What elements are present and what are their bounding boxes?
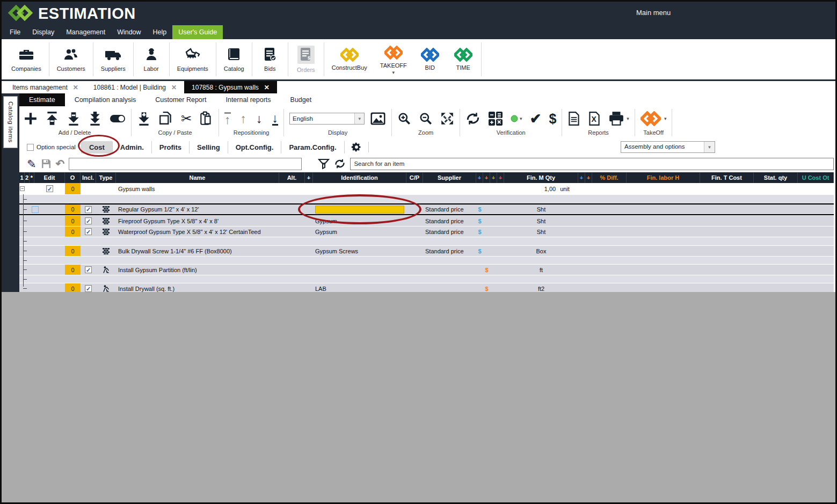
material-dollar[interactable]: $ [476,246,483,256]
takeoff-ribbon-icon[interactable] [641,111,661,126]
col-cp[interactable]: C/P [406,172,423,183]
edit-pencil-icon[interactable]: ✎ [27,158,37,170]
verify-check-icon[interactable]: ✔ [530,112,542,126]
incl-checkbox[interactable]: ✓ [85,285,92,292]
bids-button[interactable]: Bids [253,39,287,79]
close-icon[interactable]: ✕ [264,84,270,91]
refresh-filter-icon[interactable] [334,158,346,169]
takeoff-button[interactable]: TAKEOFF ▾ [374,39,413,79]
companies-button[interactable]: Companies [5,39,48,79]
tab-selling[interactable]: Selling [190,141,228,154]
col-fin-t-cost[interactable]: Fin. T Cost [700,172,754,183]
incl-checkbox[interactable]: ✓ [85,217,92,224]
toggle-switch-icon[interactable] [110,114,126,123]
col-type[interactable]: Type [96,172,116,183]
col-identification[interactable]: Identification [313,172,406,183]
col-plus-olive[interactable]: + [490,172,497,183]
add-item-icon[interactable] [24,112,38,126]
move-to-bottom-icon[interactable]: ↓ [272,112,279,126]
takeoff-dropdown-caret-icon[interactable]: ▾ [392,71,395,74]
col-star[interactable]: * [30,172,34,183]
move-to-top-icon[interactable]: ↑ [224,112,231,126]
col-alt[interactable]: Alt. [279,172,305,183]
takeoff-ribbon-caret-icon[interactable]: ▾ [664,116,667,121]
customers-button[interactable]: Customers [50,39,92,79]
col-incl[interactable]: Incl. [81,172,96,183]
col-plus[interactable]: + [305,172,313,183]
tab-admin[interactable]: Admin. [113,141,152,154]
bid-button[interactable]: BID [413,39,447,79]
chevron-down-icon[interactable]: ▼ [354,113,364,124]
table-row-regular-gypsum[interactable]: 0 ✓ Regular Gypsum 1/2" x 4' x 12' Stand… [19,203,834,215]
time-button[interactable]: TIME [447,39,480,79]
option-special-checkbox[interactable]: Option special [19,144,81,151]
suppliers-button[interactable]: Suppliers [94,39,132,79]
tab-param-config[interactable]: Param.Config. [281,141,344,154]
col-supplier[interactable]: Supplier [423,172,476,183]
tab-customer-report[interactable]: Customer Report [145,93,216,106]
menu-file[interactable]: File [4,25,26,39]
settings-gear-icon[interactable] [345,142,369,152]
item-edit-input[interactable] [69,158,302,170]
refresh-icon[interactable] [465,112,481,126]
col-fin-labor-h[interactable]: Fin. labor H [627,172,700,183]
tab-profits[interactable]: Profits [152,141,190,154]
excel-export-icon[interactable]: X [588,111,601,126]
recalculate-icon[interactable] [488,111,503,126]
search-input[interactable] [350,158,834,170]
material-dollar[interactable]: $ [476,227,483,237]
status-indicator-icon[interactable]: ▾ [511,115,522,122]
labor-dollar[interactable]: $ [483,265,490,275]
copy-icon[interactable] [158,111,173,126]
material-dollar[interactable]: $ [476,216,483,226]
filter-funnel-icon[interactable] [318,158,330,170]
print-icon[interactable]: ▾ [608,111,629,126]
zoom-in-icon[interactable] [397,112,411,126]
fullscreen-icon[interactable] [440,112,454,126]
tab-gypsum-walls[interactable]: 107858 : Gypsum walls ✕ [184,81,277,93]
delete-item-icon[interactable] [67,111,81,126]
edit-checkbox[interactable]: ✓ [46,185,53,192]
menu-display[interactable]: Display [26,25,60,39]
identification-highlighted-cell[interactable] [315,206,404,214]
incl-checkbox[interactable]: ✓ [85,228,92,235]
material-dollar[interactable]: $ [476,204,483,214]
chevron-down-icon[interactable]: ▼ [704,142,715,152]
paste-icon[interactable] [199,111,213,126]
col-plus-pink[interactable]: + [497,172,504,183]
col-pct-diff[interactable]: % Diff. [592,172,627,183]
cut-icon[interactable]: ✂ [181,112,192,125]
menu-help[interactable]: Help [147,25,173,39]
tab-cost[interactable]: Cost [81,141,113,154]
incl-checkbox[interactable]: ✓ [85,266,92,273]
equipments-button[interactable]: Equipments [171,39,215,79]
table-row-waterproof-gypsum[interactable]: 0 ✓ Waterproof Gypsum Type X 5/8" x 4' x… [19,226,834,237]
incl-checkbox[interactable]: ✓ [85,206,92,213]
col-plus-orange2[interactable]: + [585,172,592,183]
table-row-install-gypsum-partition[interactable]: 0 ✓ Install Gypsum Partition (ft/lin) $ … [19,264,834,275]
language-select[interactable]: English ▼ [289,113,365,125]
close-icon[interactable]: ✕ [73,84,78,91]
tab-opt-config[interactable]: Opt.Config. [228,141,282,154]
report-document-icon[interactable] [567,111,580,126]
labor-button[interactable]: Labor [135,39,168,79]
col-2[interactable]: 2 [25,172,30,183]
menu-users-guide[interactable]: User's Guide [172,25,223,39]
orders-button[interactable]: $ Orders [289,39,323,79]
table-row-gypsum-walls[interactable]: − ✓ 0 Gypsum walls 1,00unit [19,183,834,194]
undo-icon[interactable]: ↶ [56,158,65,169]
menu-management[interactable]: Management [60,25,111,39]
tab-model-building[interactable]: 108861 : Model | Building ✕ [86,81,184,93]
table-row-bulk-drywall-screw[interactable]: 0 Bulk Drywall Screw 1-1/4" #6 FF (Box80… [19,245,834,256]
col-edit[interactable]: Edit [34,172,65,183]
table-row-fireproof-gypsum[interactable]: 0 ✓ Fireproof Gypsum Type X 5/8" x 4' x … [19,215,834,226]
col-name[interactable]: Name [116,172,279,183]
image-display-icon[interactable] [370,112,386,126]
col-plus-blue2[interactable]: + [578,172,585,183]
tab-budget[interactable]: Budget [281,93,322,106]
checkbox-icon[interactable] [27,144,34,151]
assembly-options-select[interactable]: Assembly and options ▼ [621,141,715,153]
tab-items-management[interactable]: Items management ✕ [5,81,86,93]
tab-compilation-analysis[interactable]: Compilation analysis [65,93,146,106]
collapse-expander-icon[interactable]: − [20,186,25,191]
